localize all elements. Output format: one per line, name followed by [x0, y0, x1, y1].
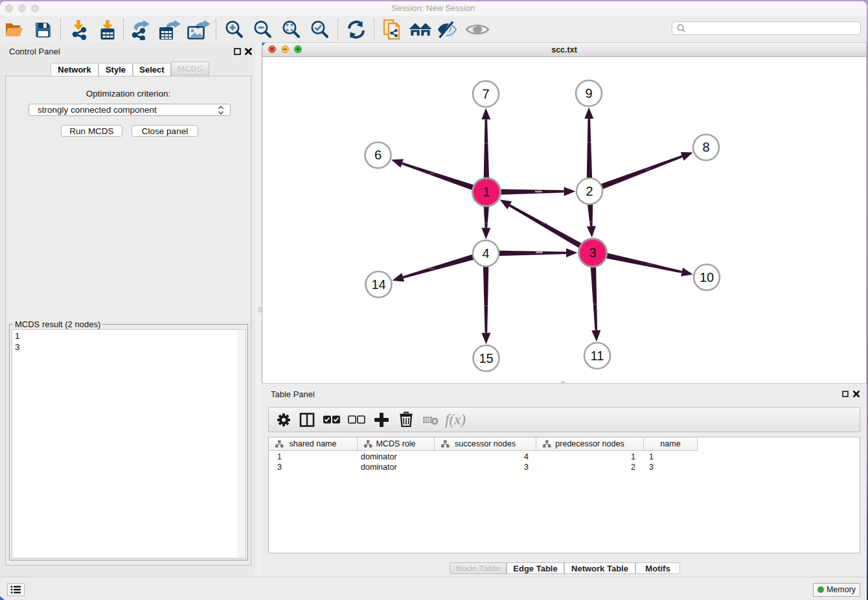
svg-text:4: 4: [482, 246, 489, 260]
svg-text:1: 1: [483, 185, 490, 199]
svg-text:8: 8: [702, 140, 709, 154]
svg-text:2: 2: [586, 184, 593, 198]
svg-text:f(x): f(x): [445, 411, 466, 428]
svg-text:15: 15: [479, 351, 493, 365]
svg-text:9: 9: [585, 86, 592, 100]
svg-text:11: 11: [591, 349, 604, 363]
svg-text:6: 6: [374, 148, 382, 162]
svg-text:10: 10: [700, 270, 714, 284]
svg-text:14: 14: [371, 277, 385, 292]
svg-text:3: 3: [589, 246, 596, 260]
svg-text:7: 7: [482, 87, 489, 101]
